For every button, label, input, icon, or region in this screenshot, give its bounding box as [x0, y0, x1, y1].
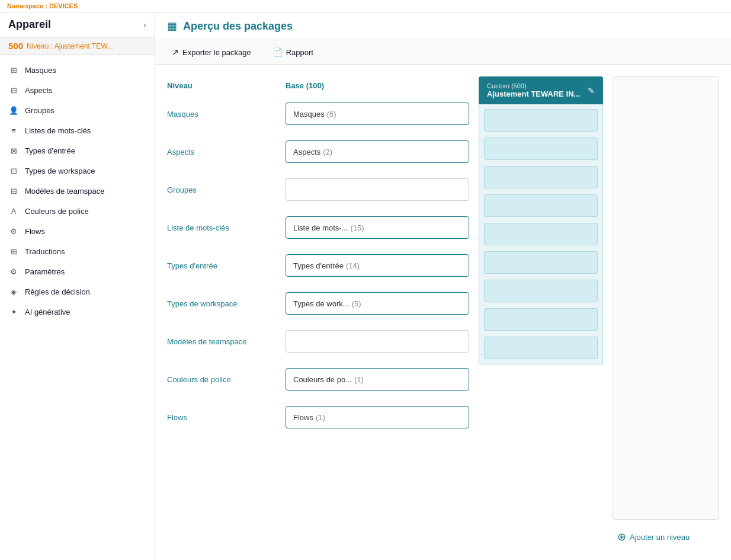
table-row: Aspects Aspects (2)	[167, 137, 469, 166]
cell-value: Liste de mots-...	[293, 223, 348, 232]
packages-icon: ▦	[167, 20, 177, 33]
custom-cell-1[interactable]	[484, 137, 598, 160]
sidebar-item-modeles-teamspace[interactable]: ⊟ Modèles de teamspace	[0, 181, 155, 201]
content-header: ▦ Aperçu des packages	[155, 12, 731, 40]
table-row: Groupes	[167, 175, 469, 204]
sidebar-item-parametres[interactable]: ⚙ Paramètres	[0, 261, 155, 281]
custom-cell-6[interactable]	[484, 280, 598, 302]
custom-level-title: Ajustement TEWARE IN...	[487, 89, 580, 98]
custom-cell-8[interactable]	[484, 337, 598, 359]
layout-icon: ⊟	[8, 85, 19, 95]
level-label: Niveau : Ajustement TEW...	[27, 42, 113, 50]
add-level-column: ⊕ Ajouter un niveau	[613, 76, 719, 548]
base-cell-7[interactable]: Couleurs de po... (1)	[286, 368, 469, 391]
col-base-label: Base (100)	[286, 81, 469, 90]
sidebar-item-types-workspace[interactable]: ⊡ Types de workspace	[0, 161, 155, 181]
row-cell-8: Flows (1)	[286, 406, 469, 428]
sidebar-item-traductions[interactable]: ⊞ Traductions	[0, 241, 155, 261]
sidebar-item-types-entree[interactable]: ⊠ Types d'entrée	[0, 140, 155, 161]
row-label-0: Masques	[167, 110, 286, 119]
cell-value: Types de work...	[293, 299, 350, 308]
table-row: Liste de mots-clés Liste de mots-... (15…	[167, 213, 469, 242]
cell-count: (1)	[316, 413, 325, 422]
sidebar-item-couleurs-police[interactable]: A Couleurs de police	[0, 201, 155, 221]
base-cell-1[interactable]: Aspects (2)	[286, 140, 469, 163]
row-label-3: Liste de mots-clés	[167, 223, 286, 232]
col-niveau-label: Niveau	[167, 81, 286, 90]
add-level-button[interactable]: ⊕ Ajouter un niveau	[613, 526, 719, 548]
sidebar-item-label: AI générative	[25, 308, 70, 316]
add-level-label: Ajouter un niveau	[630, 533, 690, 542]
custom-level-edit-icon[interactable]: ✎	[588, 86, 595, 95]
row-label-1: Aspects	[167, 148, 286, 156]
custom-cell-3[interactable]	[484, 194, 598, 217]
grid-icon: ⊞	[8, 65, 19, 75]
table-rows: Masques Masques (6) Aspects Aspects (2) …	[167, 100, 469, 431]
base-cell-5[interactable]: Types de work... (5)	[286, 292, 469, 315]
base-cell-3[interactable]: Liste de mots-... (15)	[286, 216, 469, 239]
toolbar: ↗ Exporter le package 📄 Rapport	[155, 40, 731, 65]
base-cell-2[interactable]	[286, 178, 469, 201]
export-label: Exporter le package	[182, 48, 251, 57]
sidebar-item-label: Traductions	[25, 247, 65, 256]
base-cell-6[interactable]	[286, 330, 469, 353]
row-cell-3: Liste de mots-... (15)	[286, 216, 469, 239]
namespace-label: Namespace :	[7, 2, 47, 9]
content-area: ▦ Aperçu des packages ↗ Exporter le pack…	[155, 12, 731, 560]
sidebar-item-listes-mots-cles[interactable]: ≡ Listes de mots-clés	[0, 120, 155, 140]
ai-icon: ✦	[8, 306, 19, 317]
custom-cell-0[interactable]	[484, 109, 598, 132]
level-number: 500	[8, 41, 23, 51]
custom-level-label: Custom (500)	[487, 82, 580, 89]
custom-level-header: Custom (500) Ajustement TEWARE IN... ✎	[479, 76, 603, 104]
row-label-8: Flows	[167, 413, 286, 422]
table-row: Types de workspace Types de work... (5)	[167, 289, 469, 318]
cell-count: (1)	[354, 375, 364, 384]
sidebar-item-label: Listes de mots-clés	[25, 126, 91, 135]
cell-count: (14)	[346, 261, 360, 270]
row-cell-1: Aspects (2)	[286, 140, 469, 163]
custom-cell-2[interactable]	[484, 166, 598, 188]
font-icon: A	[8, 206, 19, 216]
row-cell-2	[286, 178, 469, 201]
base-cell-8[interactable]: Flows (1)	[286, 406, 469, 428]
export-button[interactable]: ↗ Exporter le package	[167, 45, 256, 59]
cell-value: Flows	[293, 413, 313, 422]
sidebar-item-ai-generative[interactable]: ✦ AI générative	[0, 302, 155, 322]
sidebar-item-regles-decision[interactable]: ◈ Règles de décision	[0, 281, 155, 302]
sidebar-item-masques[interactable]: ⊞ Masques	[0, 60, 155, 80]
sidebar-header: Appareil ‹	[0, 12, 155, 37]
sidebar-item-flows[interactable]: ⚙ Flows	[0, 221, 155, 241]
custom-cell-4[interactable]	[484, 223, 598, 245]
decision-icon: ◈	[8, 286, 19, 297]
sidebar-collapse-button[interactable]: ‹	[143, 20, 146, 30]
sidebar-item-label: Types d'entrée	[25, 146, 75, 155]
row-cell-7: Couleurs de po... (1)	[286, 368, 469, 391]
custom-cell-7[interactable]	[484, 308, 598, 331]
custom-level-meta: Custom (500) Ajustement TEWARE IN...	[487, 82, 580, 98]
base-cell-4[interactable]: Types d'entrée (14)	[286, 254, 469, 277]
sidebar-item-label: Masques	[25, 66, 56, 75]
translate-icon: ⊞	[8, 246, 19, 257]
sidebar-item-aspects[interactable]: ⊟ Aspects	[0, 80, 155, 100]
cell-count: (5)	[352, 299, 361, 308]
packages-table: Niveau Base (100) Masques Masques (6) As…	[167, 76, 469, 548]
custom-level-body	[479, 104, 603, 364]
rapport-icon: 📄	[272, 47, 283, 57]
cell-count: (2)	[323, 148, 332, 156]
cell-value: Types d'entrée	[293, 261, 344, 270]
content-title: Aperçu des packages	[183, 20, 293, 33]
table-row: Flows Flows (1)	[167, 403, 469, 431]
sidebar-item-groupes[interactable]: 👤 Groupes	[0, 100, 155, 120]
cell-value: Aspects	[293, 148, 320, 156]
custom-level-column: Custom (500) Ajustement TEWARE IN... ✎	[479, 76, 603, 548]
sidebar-item-label: Aspects	[25, 86, 52, 95]
rapport-button[interactable]: 📄 Rapport	[268, 45, 318, 59]
row-label-6: Modèles de teamspace	[167, 337, 286, 346]
namespace-value: DEVICES	[49, 2, 78, 9]
rapport-label: Rapport	[286, 48, 313, 57]
custom-cell-5[interactable]	[484, 251, 598, 274]
sidebar-nav: ⊞ Masques ⊟ Aspects 👤 Groupes ≡ Listes d…	[0, 55, 155, 560]
base-cell-0[interactable]: Masques (6)	[286, 103, 469, 125]
table-row: Types d'entrée Types d'entrée (14)	[167, 251, 469, 280]
